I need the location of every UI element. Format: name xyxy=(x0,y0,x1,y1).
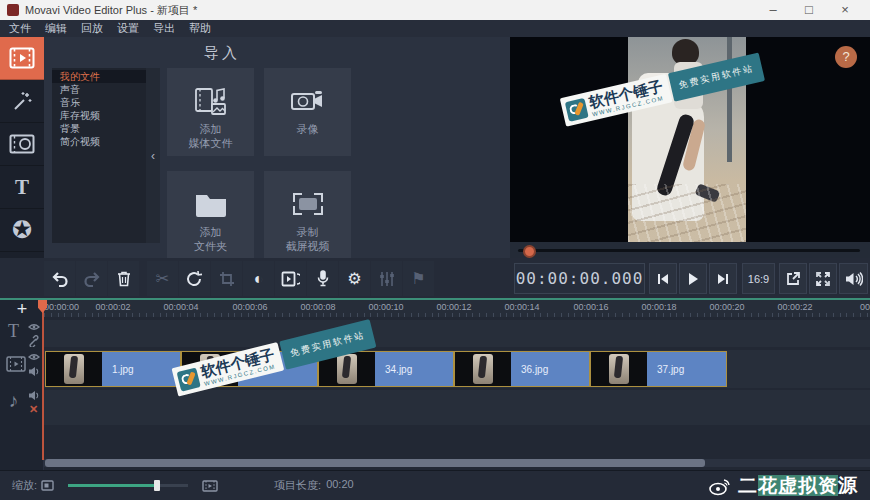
slider-handle[interactable] xyxy=(154,480,160,491)
folder-icon xyxy=(167,187,254,221)
playhead[interactable] xyxy=(42,300,44,460)
add-media-files-button[interactable]: 添加 媒体文件 xyxy=(167,68,254,156)
sidebar-item-stickers[interactable]: ✪ xyxy=(0,209,44,252)
close-icon[interactable]: × xyxy=(827,0,863,20)
previous-frame-button[interactable] xyxy=(649,263,677,294)
play-button[interactable] xyxy=(679,263,707,294)
add-folder-label: 添加 文件夹 xyxy=(167,225,254,253)
category-intro-videos[interactable]: 简介视频 xyxy=(52,135,146,148)
titles-T-icon: T xyxy=(15,175,29,200)
title-track-icon: T xyxy=(8,321,19,342)
maximize-icon[interactable]: □ xyxy=(791,0,827,20)
volume-button[interactable] xyxy=(839,263,868,294)
category-stock-video[interactable]: 库存视频 xyxy=(52,109,146,122)
help-button[interactable]: ? xyxy=(835,46,857,68)
scissors-icon: ✂ xyxy=(156,271,169,287)
eye-icon[interactable] xyxy=(28,352,40,362)
delete-button[interactable] xyxy=(108,261,139,296)
menu-edit[interactable]: 编辑 xyxy=(45,21,67,36)
minimize-icon[interactable]: – xyxy=(755,0,791,20)
zoom-out-thumb-icon[interactable] xyxy=(41,480,54,491)
pop-out-icon xyxy=(785,271,801,287)
collapse-panel-button[interactable]: ‹ xyxy=(146,68,160,243)
sidebar-item-import[interactable] xyxy=(0,37,44,80)
preview-seekbar[interactable] xyxy=(510,242,870,258)
seek-handle[interactable] xyxy=(523,245,536,258)
clip-filename: 37.jpg xyxy=(657,364,684,375)
sidebar-item-filters[interactable] xyxy=(0,80,44,123)
prev-frame-icon xyxy=(658,274,660,284)
aspect-ratio-value: 16:9 xyxy=(748,273,769,285)
speaker-icon[interactable] xyxy=(28,366,40,377)
menu-help[interactable]: 帮助 xyxy=(189,21,211,36)
magic-wand-icon xyxy=(11,90,33,112)
add-track-button[interactable]: + xyxy=(0,300,44,318)
redo-button[interactable] xyxy=(76,261,107,296)
add-media-icon xyxy=(167,84,254,118)
record-voice-button[interactable] xyxy=(307,261,338,296)
play-icon xyxy=(689,273,698,285)
screen-capture-icon xyxy=(264,187,351,221)
fullscreen-button[interactable] xyxy=(809,263,837,294)
audio-track[interactable] xyxy=(44,390,870,425)
sliders-icon xyxy=(379,271,395,287)
aspect-ratio-button[interactable]: 16:9 xyxy=(742,263,775,294)
clip-5[interactable]: 37.jpg xyxy=(590,351,727,387)
detach-player-button[interactable] xyxy=(779,263,807,294)
menu-file[interactable]: 文件 xyxy=(9,21,31,36)
menu-playback[interactable]: 回放 xyxy=(81,21,103,36)
ruler-tick: 00:00:04 xyxy=(163,302,198,312)
watermark-logo-icon xyxy=(176,367,200,391)
track-headers: + T xyxy=(0,300,44,470)
eye-icon[interactable] xyxy=(28,322,40,332)
unlink-icon[interactable]: ✕ xyxy=(29,403,38,416)
next-frame-button[interactable] xyxy=(709,263,737,294)
timeline-zoom-slider[interactable] xyxy=(68,479,188,492)
category-backgrounds[interactable]: 背景 xyxy=(52,122,146,135)
timeline-ruler[interactable]: 00:00:00 00:00:02 00:00:04 00:00:06 00:0… xyxy=(0,300,870,317)
record-screen-button[interactable]: 录制 截屏视频 xyxy=(264,171,351,259)
timeline-tracks[interactable] xyxy=(44,317,870,470)
audio-properties-button[interactable] xyxy=(371,261,402,296)
crop-button[interactable] xyxy=(211,261,242,296)
transition-button[interactable] xyxy=(275,261,306,296)
record-video-button[interactable]: 录像 xyxy=(264,68,351,156)
next-frame-icon xyxy=(718,274,725,284)
microphone-icon xyxy=(316,270,330,287)
window-title: Movavi Video Editor Plus - 新项目 * xyxy=(25,3,197,18)
rotate-button[interactable] xyxy=(179,261,210,296)
video-track-icon xyxy=(6,356,26,372)
category-music[interactable]: 音乐 xyxy=(52,96,146,109)
sidebar-item-titles[interactable]: T xyxy=(0,166,44,209)
weibo-icon xyxy=(708,476,732,496)
cut-button[interactable]: ✂ xyxy=(147,261,178,296)
category-sounds[interactable]: 声音 xyxy=(52,83,146,96)
statusbar: 缩放: 项目长度: 00:20 xyxy=(0,470,870,500)
star-sticker-icon: ✪ xyxy=(12,218,32,242)
category-my-files[interactable]: 我的文件 xyxy=(52,70,146,83)
menu-settings[interactable]: 设置 xyxy=(117,21,139,36)
window-controls: – □ × xyxy=(755,0,863,20)
scrollbar-thumb[interactable] xyxy=(45,459,705,467)
undo-icon xyxy=(51,271,69,287)
clip-thumbnail xyxy=(591,352,647,386)
title-track[interactable] xyxy=(44,320,870,347)
import-category-list: 我的文件 声音 音乐 库存视频 背景 简介视频 xyxy=(52,68,146,243)
add-folder-button[interactable]: 添加 文件夹 xyxy=(167,171,254,259)
marker-button[interactable]: ⚑ xyxy=(403,261,434,296)
audio-track-icon: ♪ xyxy=(9,390,19,412)
fit-timeline-icon[interactable] xyxy=(202,480,218,492)
menu-export[interactable]: 导出 xyxy=(153,21,175,36)
sidebar-item-transitions[interactable] xyxy=(0,123,44,166)
speaker-icon[interactable] xyxy=(28,390,40,401)
menubar: 文件 编辑 回放 设置 导出 帮助 xyxy=(0,20,870,37)
clip-settings-button[interactable]: ⚙ xyxy=(339,261,370,296)
link-icon[interactable] xyxy=(28,335,40,347)
color-adjust-button[interactable]: ◐ xyxy=(243,261,274,296)
clip-4[interactable]: 36.jpg xyxy=(454,351,590,387)
undo-button[interactable] xyxy=(44,261,75,296)
clip-thumbnail xyxy=(46,352,102,386)
timeline-scrollbar[interactable] xyxy=(44,459,870,467)
clip-1[interactable]: 1.jpg xyxy=(45,351,181,387)
rotate-icon xyxy=(186,270,203,287)
